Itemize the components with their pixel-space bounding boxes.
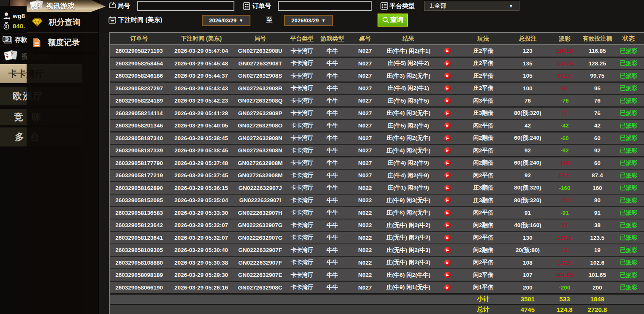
cell-bet: 60(预:240) (505, 157, 550, 169)
cell-time: 2026-03-29 05:29:30 (168, 269, 234, 281)
play-icon: ▶ (446, 99, 448, 102)
cell-valid: 160 (579, 182, 615, 194)
platform-select[interactable]: 1.全部 ▼ (424, 1, 519, 11)
cell-valid: 116.85 (579, 45, 615, 57)
date-to-picker[interactable]: 2026/03/29 ▼ (284, 15, 333, 26)
cell-platform: 卡卡湾厅 (286, 219, 318, 231)
replay-video-button[interactable]: ▶ (444, 222, 451, 228)
cell-platform: 卡卡湾厅 (286, 182, 318, 194)
cell-bet: 91 (505, 207, 550, 219)
search-icon (382, 16, 389, 24)
cell-payout: -42 (550, 120, 579, 131)
cell-game: 牛牛 (318, 170, 347, 181)
cell-game: 牛牛 (318, 95, 347, 106)
cell-replay: ▶ (434, 232, 461, 244)
cell-payout: 99.75 (550, 70, 579, 81)
column-header: 桌号 (347, 33, 383, 44)
cell-payout: 95 (550, 83, 579, 94)
cell-time: 2026-03-29 05:37:48 (168, 157, 234, 169)
cell-order: 260329058214114 (110, 108, 168, 119)
cell-platform: 卡卡湾厅 (286, 282, 318, 293)
menu-item-quota-records[interactable]: 额度记录 (27, 32, 98, 53)
menu-item-points-query[interactable]: 积分查询 (27, 12, 98, 33)
cell-payout: 101.65 (550, 269, 579, 281)
play-icon: ▶ (446, 87, 448, 90)
cell-replay: ▶ (434, 219, 461, 231)
cell-replay: ▶ (434, 58, 461, 69)
deposit-label: 存款 (15, 36, 27, 44)
clipboard-icon (242, 2, 251, 10)
cell-game: 牛牛 (318, 120, 347, 131)
playing-cards-icon: 9 K♥ (30, 0, 44, 11)
cell-game: 牛牛 (318, 269, 347, 281)
replay-video-button[interactable]: ▶ (444, 260, 451, 266)
cell-play: 庄2平倍 (461, 83, 505, 94)
date-from-value: 2026/03/29 (209, 17, 236, 24)
replay-video-button[interactable]: ▶ (444, 185, 451, 191)
cell-time: 2026-03-29 05:30:38 (168, 257, 234, 268)
cell-game: 牛牛 (318, 70, 347, 81)
replay-video-button[interactable]: ▶ (444, 73, 451, 79)
cell-status: 已派彩 (615, 70, 642, 81)
replay-video-button[interactable]: ▶ (444, 110, 451, 116)
cell-result: 庄(无牛) 闲2(牛2) (383, 219, 434, 231)
replay-video-button[interactable]: ▶ (444, 284, 451, 291)
cell-replay: ▶ (434, 195, 461, 206)
replay-video-button[interactable]: ▶ (444, 247, 451, 253)
replay-video-button[interactable]: ▶ (444, 85, 451, 92)
cell-play: 闲2平倍 (461, 207, 505, 219)
cell-game: 牛牛 (318, 157, 347, 169)
cell-valid: 80 (579, 195, 615, 206)
menu-item-video-games-active[interactable]: 9 K♥ 视讯游戏 (27, 0, 106, 12)
round-input[interactable] (137, 1, 234, 11)
cell-replay: ▶ (434, 95, 461, 106)
replay-video-button[interactable]: ▶ (444, 210, 451, 216)
replay-video-button[interactable]: ▶ (444, 197, 451, 203)
cell-platform: 卡卡湾厅 (286, 257, 318, 268)
calendar-icon (108, 16, 117, 24)
table-row: 2603290582711932026-03-29 05:47:04GN0272… (110, 45, 644, 57)
replay-video-button[interactable]: ▶ (444, 97, 451, 104)
cell-platform: 卡卡湾厅 (286, 195, 318, 206)
search-button[interactable]: 查询 (378, 14, 408, 27)
replay-video-button[interactable]: ▶ (444, 122, 451, 129)
cell-round: GN0272632908M (234, 157, 286, 169)
cell-play: 闲2翻倍 (461, 133, 505, 144)
replay-video-button[interactable]: ▶ (444, 172, 451, 179)
cell-result: 庄(牛5) 闲3(牛5) (383, 95, 434, 106)
footer-spacer (318, 305, 347, 314)
cell-bet: 40(预:160) (505, 219, 550, 231)
play-icon: ▶ (446, 62, 448, 65)
date-from-picker[interactable]: 2026/03/29 ▼ (202, 15, 250, 26)
cell-order: 260329058098189 (110, 269, 168, 281)
table-row: 2603290581088802026-03-29 05:30:38GN0222… (110, 257, 644, 268)
cell-round: GN0272632908P (234, 108, 286, 119)
footer-spacer (434, 305, 461, 314)
cell-bet: 108 (505, 257, 550, 268)
cell-valid: 19 (579, 244, 615, 256)
replay-video-button[interactable]: ▶ (444, 272, 451, 278)
replay-video-button[interactable]: ▶ (444, 48, 451, 54)
cell-table: N027 (347, 170, 383, 181)
svg-text:$: $ (6, 37, 8, 41)
cell-replay: ▶ (434, 70, 461, 81)
replay-video-button[interactable]: ▶ (444, 160, 451, 166)
replay-video-button[interactable]: ▶ (444, 147, 451, 154)
column-header: 有效投注额 (579, 33, 615, 44)
cell-round: GN0272632908N (234, 133, 286, 144)
cell-status: 已派彩 (615, 133, 642, 144)
replay-video-button[interactable]: ▶ (444, 60, 451, 67)
order-input[interactable] (278, 1, 372, 11)
replay-video-button[interactable]: ▶ (444, 235, 451, 241)
cell-bet: 92 (505, 145, 550, 156)
replay-video-button[interactable]: ▶ (444, 135, 451, 141)
cell-result: 庄(牛6) 闲2(牛牛) (383, 269, 434, 281)
cell-status: 已派彩 (615, 108, 642, 119)
cell-order: 260329058136583 (110, 207, 168, 219)
cell-valid: 87.4 (579, 170, 615, 181)
cell-order: 260329058224189 (110, 95, 168, 106)
cell-game: 牛牛 (318, 83, 347, 94)
cell-round: GN0222632907H (234, 207, 286, 219)
cell-platform: 卡卡湾厅 (286, 232, 318, 244)
cell-replay: ▶ (434, 120, 461, 131)
